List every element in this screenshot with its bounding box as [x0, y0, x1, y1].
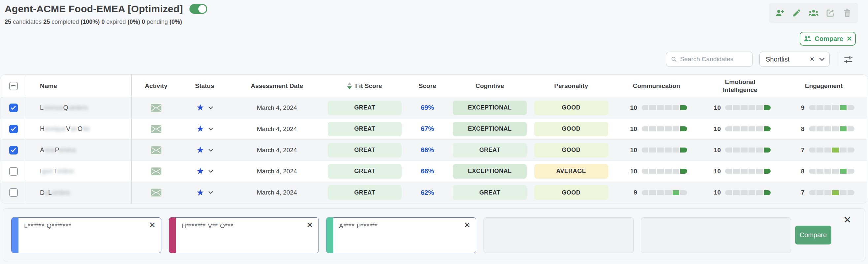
active-toggle[interactable] [189, 4, 207, 14]
add-candidate-button[interactable] [774, 7, 785, 19]
score-link[interactable]: 67% [421, 125, 434, 133]
row-checkbox[interactable] [9, 188, 18, 197]
score-link[interactable]: 62% [421, 189, 434, 196]
activity-cell[interactable] [132, 189, 181, 196]
col-header-activity: Activity [132, 82, 181, 90]
bar-segment [809, 105, 816, 110]
metric-value: 10 [710, 147, 721, 154]
score-link[interactable]: 66% [421, 146, 434, 154]
fit-score-cell: GREAT [325, 164, 404, 179]
stat-label: completed [52, 19, 79, 25]
name-initial: O [78, 125, 83, 133]
export-button[interactable] [825, 7, 836, 19]
candidate-name[interactable]: Anna Pereira [26, 140, 132, 160]
bar-segment [657, 169, 664, 174]
bar-segment [847, 105, 855, 110]
cognitive-badge: GREAT [453, 143, 527, 157]
cognitive-badge: GREAT [453, 185, 527, 200]
bar-segment [741, 169, 747, 174]
bar-segment [680, 148, 687, 153]
compare-submit-button[interactable]: Compare [795, 226, 831, 244]
delete-button[interactable] [842, 7, 853, 19]
personality-cell: AVERAGE [529, 164, 613, 179]
metric: 8 [794, 125, 855, 133]
page-title: Agent-ACME Food-EMEA [Optimized] [5, 3, 183, 15]
table-row[interactable]: Henrique Van Otte★March 4, 2024GREAT67%E… [1, 118, 867, 140]
bar-segment [816, 148, 824, 153]
personality-badge: AVERAGE [534, 164, 608, 179]
slot-color-stripe [169, 217, 176, 253]
indeterminate-icon [11, 85, 16, 86]
stat-label: pending [147, 19, 168, 25]
metric: 9 [626, 189, 687, 196]
candidate-name[interactable]: Igorr Timlinn [26, 161, 132, 182]
metric-bar [642, 169, 687, 174]
score-link[interactable]: 66% [421, 167, 434, 175]
bar-segment [847, 148, 855, 153]
checkbox-cell [1, 118, 26, 139]
row-checkbox[interactable] [9, 104, 18, 112]
bar-segment [741, 148, 747, 153]
bar-segment [825, 190, 831, 195]
name-initial: H [40, 125, 44, 133]
slot-remove-icon[interactable]: ✕ [464, 220, 471, 230]
bar-segment [665, 148, 672, 153]
col-header-fit-score[interactable]: Fit Score [325, 82, 404, 90]
status-dropdown[interactable]: ★ [181, 103, 229, 112]
stat-number: 0 [101, 19, 104, 25]
table-body: Lorenza Quintero★March 4, 2024GREAT69%EX… [1, 97, 867, 203]
row-checkbox[interactable] [9, 146, 18, 155]
metric: 10 [710, 168, 771, 175]
bar-segment [642, 190, 649, 195]
candidate-name[interactable]: Da Lombre [26, 182, 132, 203]
metric-bar [642, 148, 687, 153]
compare-pill-close-icon[interactable]: ✕ [846, 35, 852, 43]
slot-remove-icon[interactable]: ✕ [306, 220, 313, 230]
metric-bar [809, 148, 855, 153]
table-row[interactable]: Da Lombre★March 4, 2024GREAT62%GREATGOOD… [1, 182, 867, 203]
activity-cell[interactable] [132, 167, 181, 175]
filter-clear-icon[interactable]: ✕ [810, 56, 814, 63]
activity-cell[interactable] [132, 104, 181, 112]
bar-segment [673, 105, 680, 110]
row-checkbox[interactable] [9, 125, 18, 133]
activity-cell[interactable] [132, 125, 181, 133]
name-initial: T [53, 167, 57, 175]
row-checkbox[interactable] [9, 167, 18, 176]
assessment-date: March 4, 2024 [229, 125, 325, 133]
table-row[interactable]: Anna Pereira★March 4, 2024GREAT66%GREATG… [1, 140, 867, 161]
bar-segment [748, 105, 755, 110]
status-dropdown[interactable]: ★ [181, 146, 229, 155]
star-status-icon: ★ [196, 103, 204, 112]
column-settings-button[interactable] [842, 54, 854, 65]
metric-value: 7 [794, 147, 805, 154]
emotional-intelligence-cell: 10 [700, 168, 780, 175]
col-header-engagement: Engagement [780, 82, 867, 90]
metric-value: 10 [710, 168, 721, 175]
metric-bar [809, 169, 855, 174]
status-dropdown[interactable]: ★ [181, 188, 229, 197]
score-cell: 66% [404, 167, 451, 175]
score-link[interactable]: 69% [421, 104, 434, 111]
compare-toggle-button[interactable]: Compare ✕ [800, 32, 856, 46]
bar-segment [840, 126, 847, 131]
candidate-name[interactable]: Henrique Van Otte [26, 118, 132, 139]
table-row[interactable]: Lorenza Quintero★March 4, 2024GREAT69%EX… [1, 97, 867, 118]
edit-button[interactable] [791, 7, 802, 19]
candidate-name[interactable]: Lorenza Quintero [26, 97, 132, 118]
metric-value: 9 [794, 104, 805, 111]
table-row[interactable]: Igorr Timlinn★March 4, 2024GREAT66%EXCEP… [1, 161, 867, 182]
name-initial: Q [63, 104, 68, 111]
score-cell: 62% [404, 189, 451, 196]
shortlist-filter-dropdown[interactable]: Shortlist ✕ [760, 52, 830, 67]
check-icon [10, 106, 16, 110]
status-dropdown[interactable]: ★ [181, 167, 229, 176]
select-all-checkbox[interactable] [9, 82, 18, 90]
status-dropdown[interactable]: ★ [181, 124, 229, 133]
compare-tray-close-icon[interactable]: ✕ [843, 214, 851, 226]
activity-cell[interactable] [132, 146, 181, 154]
slot-remove-icon[interactable]: ✕ [149, 220, 156, 230]
group-button[interactable] [808, 7, 819, 19]
search-input[interactable] [680, 56, 748, 63]
filter-divider [838, 52, 838, 66]
